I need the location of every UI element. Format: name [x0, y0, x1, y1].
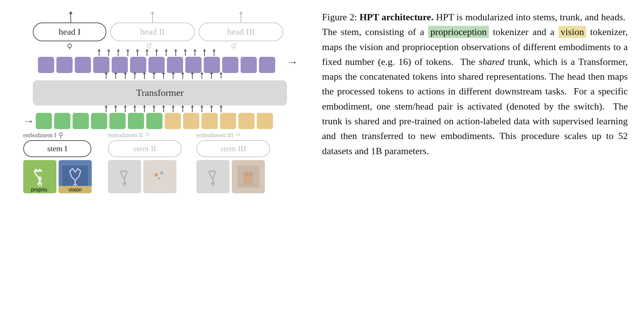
robot-arm-icon [29, 166, 51, 188]
token-orange-4 [220, 113, 236, 129]
svg-point-15 [146, 133, 149, 136]
token-orange-1 [165, 113, 181, 129]
robot-arm-III-icon [204, 167, 222, 186]
head-I-box: head I [33, 22, 106, 41]
head-I-label: head I [59, 27, 80, 37]
token-purple-3 [75, 57, 91, 73]
embodiment-I-group: embodiment I stem I [23, 132, 104, 193]
stem-II-box: stem II [108, 140, 182, 157]
right-arrow-icon: → [287, 56, 298, 68]
purple-tokens-row [38, 57, 275, 73]
token-purple-2 [56, 57, 73, 73]
token-purple-13 [259, 57, 275, 73]
token-green-1 [36, 113, 52, 129]
head-III-label: head III [227, 27, 255, 37]
proprioception-highlight: proprioception [428, 26, 489, 38]
embodiment-III-group: embodiment III stem III [193, 132, 281, 193]
token-green-7 [146, 113, 162, 129]
svg-point-0 [68, 44, 71, 48]
token-green-5 [109, 113, 126, 129]
token-orange-3 [202, 113, 218, 129]
switch-embII-icon [144, 132, 151, 139]
embodiment-II-group: embodiment II stem II [104, 132, 193, 193]
embodiment-II-img2 [143, 160, 176, 193]
svg-line-4 [150, 43, 152, 44]
robot-arm-II-icon [115, 167, 134, 186]
transformer-label: Transformer [136, 87, 183, 98]
token-green-4 [91, 113, 107, 129]
svg-point-21 [237, 133, 239, 136]
token-purple-11 [222, 57, 238, 73]
token-green-2 [54, 113, 70, 129]
token-purple-5 [112, 57, 128, 73]
svg-line-26 [245, 173, 245, 177]
embodiment-III-label: embodiment III [196, 132, 233, 139]
svg-line-7 [235, 43, 237, 44]
token-orange-6 [257, 113, 273, 129]
transformer-box: Transformer [33, 80, 287, 105]
stem-I-label: stem I [47, 144, 67, 153]
svg-point-5 [232, 44, 235, 48]
stem-II-label: stem II [133, 144, 156, 153]
svg-point-19 [160, 172, 163, 174]
architecture-diagram: head I head II head III [13, 6, 307, 193]
token-orange-2 [183, 113, 199, 129]
stem-I-box: stem I [23, 140, 91, 157]
svg-point-25 [243, 176, 254, 185]
proprio-image: proprio. [23, 160, 56, 193]
embodiment-II-label: embodiment II [108, 132, 143, 139]
svg-point-20 [158, 177, 160, 180]
svg-line-29 [251, 173, 252, 177]
svg-point-18 [154, 173, 158, 177]
token-green-6 [128, 113, 144, 129]
switch-I-icon [66, 42, 73, 49]
figure-label: Figure 2: [322, 12, 357, 22]
token-purple-12 [241, 57, 257, 73]
stem-III-box: stem III [196, 140, 270, 157]
vision-robot-icon [62, 166, 88, 188]
switch-embIII-icon [235, 132, 241, 139]
head-II-box: head II [110, 22, 195, 41]
token-orange-5 [238, 113, 255, 129]
token-green-3 [73, 113, 89, 129]
switch-III-icon [230, 42, 237, 49]
svg-line-27 [247, 172, 247, 176]
vision-image: vision [59, 160, 92, 193]
token-purple-6 [130, 57, 146, 73]
hand-icon [237, 166, 259, 188]
svg-point-8 [59, 133, 62, 136]
vision-label: vision [59, 186, 92, 193]
vision-highlight: vision [559, 26, 587, 38]
head-II-label: head II [140, 27, 165, 37]
embodiment-III-img1 [196, 160, 230, 193]
figure-description: Figure 2: HPT architecture. HPT is modul… [322, 6, 631, 159]
description-text-2: tokenizer and a [489, 27, 558, 37]
token-purple-7 [148, 57, 165, 73]
embodiment-I-label: embodiment I [23, 132, 56, 139]
embodiment-II-img1 [108, 160, 141, 193]
svg-point-2 [147, 44, 151, 48]
head-III-box: head III [199, 22, 283, 41]
token-purple-1 [38, 57, 54, 73]
figure-title: HPT architecture. [360, 12, 434, 22]
token-purple-10 [204, 57, 220, 73]
switch-II-icon [145, 42, 153, 49]
proprio-label: proprio. [23, 186, 56, 193]
stem-III-label: stem III [220, 144, 246, 153]
token-purple-9 [185, 57, 202, 73]
switch-embI-icon [57, 132, 64, 139]
token-purple-4 [93, 57, 109, 73]
token-purple-8 [167, 57, 183, 73]
left-arrow-icon: → [23, 115, 34, 127]
input-tokens-row [36, 113, 273, 129]
dots-pattern-icon [149, 166, 171, 188]
embodiment-III-img2 [232, 160, 265, 193]
description-text-3: tokenizer, maps the vision and proprioce… [322, 27, 628, 156]
